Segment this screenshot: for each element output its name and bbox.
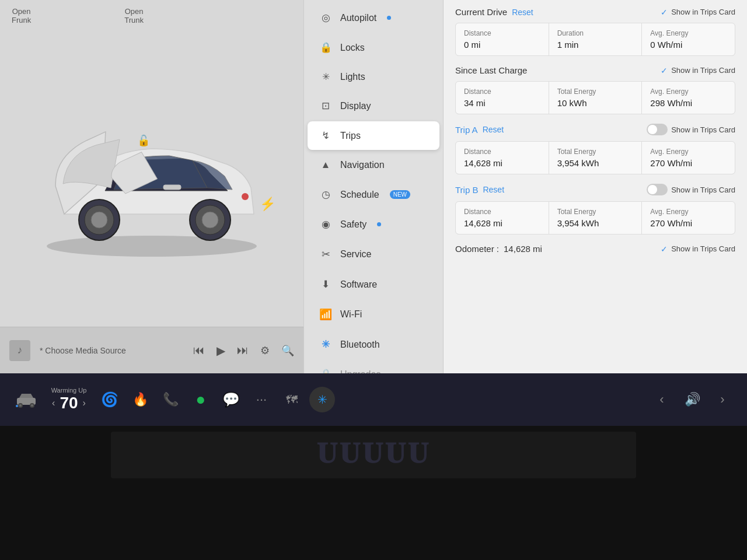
odometer-show-label: Show in Trips Card xyxy=(671,244,735,253)
current-drive-reset[interactable]: Reset xyxy=(512,8,533,17)
sidebar-item-wifi[interactable]: 📶 Wi-Fi xyxy=(308,300,439,329)
equalizer-button[interactable]: ⚙ xyxy=(260,344,270,357)
since-last-charge-show-toggle[interactable]: ✓ Show in Trips Card xyxy=(661,66,735,75)
trip-a-show-toggle[interactable]: Show in Trips Card xyxy=(647,124,735,135)
sidebar-item-safety[interactable]: ◉ Safety xyxy=(308,210,439,239)
since-last-charge-checkmark: ✓ xyxy=(661,66,668,75)
left-panel: Open Frunk Open Trunk xyxy=(0,0,303,373)
volume-icon[interactable]: 🔊 xyxy=(679,387,705,412)
current-drive-show-toggle[interactable]: ✓ Show in Trips Card xyxy=(661,8,735,17)
temp-increase-button[interactable]: › xyxy=(83,398,86,408)
svg-point-13 xyxy=(31,404,33,407)
svg-point-12 xyxy=(19,404,22,407)
trip-a-toggle[interactable] xyxy=(647,124,668,135)
prev-track-button[interactable]: ⏮ xyxy=(193,344,205,357)
open-frunk-button[interactable]: Open Frunk xyxy=(12,7,31,24)
duration-label: Duration xyxy=(557,29,634,37)
bottom-lcd-display: 𝐔𝐔𝐔𝐔𝐔 xyxy=(111,432,636,478)
trip-b-toggle[interactable] xyxy=(647,184,668,195)
duration-value: 1 min xyxy=(557,40,634,50)
taskbar: Warming Up ‹ 70 › 🌀 🔥 📞 ● 💬 ··· 🗺 ✳ ‹ 🔊 … xyxy=(0,373,747,426)
since-last-charge-show-label: Show in Trips Card xyxy=(671,66,735,75)
sidebar-item-lights[interactable]: ✳ Lights xyxy=(308,63,439,90)
dots-menu-icon[interactable]: ··· xyxy=(249,387,274,412)
physical-bottom: 𝐔𝐔𝐔𝐔𝐔 xyxy=(0,426,747,560)
taskbar-left-arrow[interactable]: ‹ xyxy=(649,387,675,412)
distance-label: Distance xyxy=(464,29,540,37)
service-icon: ✂ xyxy=(319,248,332,261)
trip-b-section: Trip B Reset Show in Trips Card Distance… xyxy=(455,184,735,235)
sidebar-item-schedule[interactable]: ◷ Schedule NEW xyxy=(308,180,439,209)
current-drive-section: Current Drive Reset ✓ Show in Trips Card… xyxy=(455,7,735,56)
next-track-button[interactable]: ⏭ xyxy=(237,344,249,357)
taskbar-right-arrow[interactable]: › xyxy=(710,387,735,412)
trips-icon: ↯ xyxy=(319,130,332,142)
bluetooth-taskbar-icon[interactable]: ✳ xyxy=(309,387,335,412)
play-pause-button[interactable]: ▶ xyxy=(217,344,225,358)
sidebar-item-autopilot[interactable]: ◎ Autopilot xyxy=(308,4,439,32)
svg-rect-7 xyxy=(163,185,181,190)
taskbar-car-icon[interactable] xyxy=(12,387,41,412)
trip-a-show-label: Show in Trips Card xyxy=(671,125,735,134)
steering-icon[interactable]: 🌀 xyxy=(97,387,123,412)
current-drive-distance: Distance 0 mi xyxy=(456,23,549,55)
display-icon: ⊡ xyxy=(319,100,332,112)
sidebar-item-navigation[interactable]: ▲ Navigation xyxy=(308,151,439,179)
sidebar-item-display[interactable]: ⊡ Display xyxy=(308,92,439,120)
trip-a-total-energy: Total Energy 3,954 kWh xyxy=(549,142,642,174)
current-drive-duration: Duration 1 min xyxy=(549,23,642,55)
safety-icon: ◉ xyxy=(319,218,332,230)
current-drive-avg-energy: Avg. Energy 0 Wh/mi xyxy=(642,23,735,55)
search-button[interactable]: 🔍 xyxy=(281,344,294,357)
lights-icon: ✳ xyxy=(319,71,332,82)
software-icon: ⬇ xyxy=(319,278,332,290)
wifi-icon: 📶 xyxy=(319,308,332,321)
media-source-label: * Choose Media Source xyxy=(40,346,126,355)
trip-a-stats: Distance 14,628 mi Total Energy 3,954 kW… xyxy=(455,141,735,174)
trip-b-show-label: Show in Trips Card xyxy=(671,186,735,194)
trip-a-avg-energy: Avg. Energy 270 Wh/mi xyxy=(642,142,735,174)
autopilot-icon: ◎ xyxy=(319,12,332,24)
trips-panel: Current Drive Reset ✓ Show in Trips Card… xyxy=(444,0,747,373)
upgrades-icon: 🔒 xyxy=(319,368,332,373)
svg-point-6 xyxy=(202,212,218,228)
messages-icon[interactable]: 💬 xyxy=(218,387,244,412)
sidebar-item-locks[interactable]: 🔒 Locks xyxy=(308,33,439,62)
map-icon[interactable]: 🗺 xyxy=(279,387,305,412)
autopilot-dot xyxy=(387,16,391,20)
trip-b-reset[interactable]: Reset xyxy=(483,185,504,194)
odometer-label: Odometer : xyxy=(455,244,499,254)
current-drive-checkmark: ✓ xyxy=(661,8,668,17)
schedule-new-badge: NEW xyxy=(390,190,410,199)
sidebar-item-service[interactable]: ✂ Service xyxy=(308,240,439,269)
heated-steering-icon[interactable]: 🔥 xyxy=(127,387,153,412)
avg-energy-label: Avg. Energy xyxy=(650,29,727,37)
taskbar-right: ‹ 🔊 › xyxy=(649,387,735,412)
sidebar-item-software[interactable]: ⬇ Software xyxy=(308,270,439,299)
trip-a-title: Trip A xyxy=(455,125,478,135)
since-last-charge-title: Since Last Charge xyxy=(455,65,527,75)
svg-point-3 xyxy=(91,212,107,228)
spotify-icon[interactable]: ● xyxy=(188,387,214,412)
odometer-show-toggle[interactable]: ✓ Show in Trips Card xyxy=(661,244,735,254)
odometer-checkmark: ✓ xyxy=(661,244,668,254)
media-controls: ⏮ ▶ ⏭ ⚙ 🔍 xyxy=(193,344,294,358)
trip-b-total-energy: Total Energy 3,954 kWh xyxy=(549,202,642,234)
trip-a-section: Trip A Reset Show in Trips Card Distance… xyxy=(455,124,735,174)
trip-a-reset[interactable]: Reset xyxy=(483,125,504,134)
avg-energy-value: 0 Wh/mi xyxy=(650,40,727,50)
slc-total-energy: Total Energy 10 kWh xyxy=(549,82,642,114)
sidebar-item-upgrades[interactable]: 🔒 Upgrades xyxy=(308,360,439,373)
sidebar-item-bluetooth[interactable]: ✳ Bluetooth xyxy=(308,330,439,359)
temp-decrease-button[interactable]: ‹ xyxy=(52,398,55,408)
trip-a-distance: Distance 14,628 mi xyxy=(456,142,549,174)
current-drive-title: Current Drive xyxy=(455,7,507,17)
car-image: ⚡ 🔓 xyxy=(0,32,303,327)
open-trunk-button[interactable]: Open Trunk xyxy=(124,7,144,24)
sidebar-item-trips[interactable]: ↯ Trips xyxy=(308,121,439,150)
trip-b-show-toggle[interactable]: Show in Trips Card xyxy=(647,184,735,195)
locks-icon: 🔒 xyxy=(319,41,332,54)
phone-icon[interactable]: 📞 xyxy=(158,387,183,412)
svg-point-0 xyxy=(47,236,257,257)
car-svg: ⚡ 🔓 xyxy=(29,97,274,261)
